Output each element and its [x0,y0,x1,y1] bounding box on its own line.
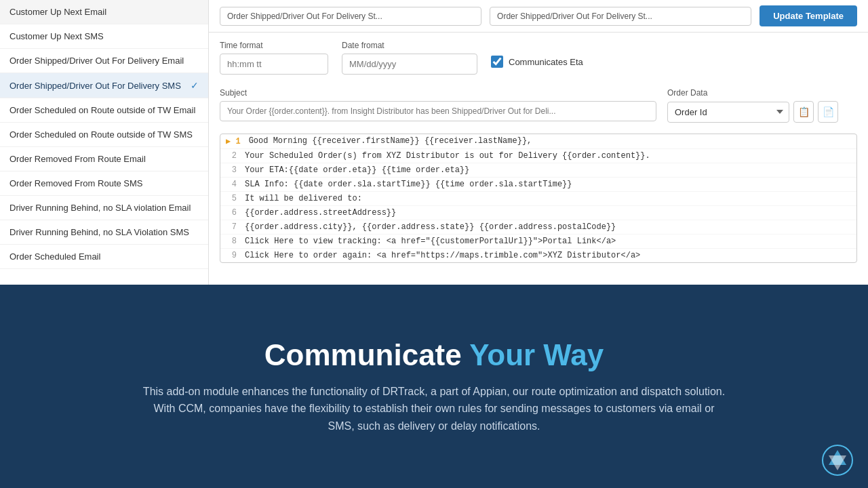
main-content: Update Template Time format Date fromat … [209,0,868,285]
code-line: 8Click Here to view tracking: <a href="{… [220,235,856,249]
line-content: {{order.address.city}}, {{order.address.… [245,222,616,232]
code-line: 7{{order.address.city}}, {{order.address… [220,220,856,235]
sidebar-item-label: Order Removed From Route Email [9,154,146,164]
sidebar-item-order-scheduled-email[interactable]: Order Scheduled Email [0,245,208,269]
code-line: 2Your Scheduled Order(s) from XYZ Distri… [220,149,856,163]
code-line: 4SLA Info: {{date order.sla.startTime}} … [220,178,856,192]
sidebar-item-label: Order Shipped/Driver Out For Delivery Em… [9,56,184,66]
time-date-row: Time format Date fromat Communicates Eta [209,33,868,83]
sidebar-item-order-removed-route-sms[interactable]: Order Removed From Route SMS [0,171,208,196]
promo-section: Communicate Your Way This add-on module … [0,285,868,488]
time-format-group: Time format [220,41,328,75]
sidebar-item-customer-up-next-sms[interactable]: Customer Up Next SMS [0,24,208,49]
code-line: ▶ 1Good Morning {{receiver.firstName}} {… [220,134,856,149]
code-line: 9Click Here to order again: <a href="htt… [220,249,856,262]
communicates-eta-checkbox[interactable] [491,56,503,68]
sidebar-item-label: Order Scheduled Email [9,251,100,262]
sidebar-item-driver-running-behind-sms[interactable]: Driver Running Behind, no SLA Violation … [0,220,208,245]
line-number: 2 [226,151,237,161]
promo-body: This add-on module enhances the function… [142,383,726,435]
code-editor: ▶ 1Good Morning {{receiver.firstName}} {… [220,134,857,263]
line-content: Your ETA:{{date order.eta}} {{time order… [245,165,469,175]
copy-icon-btn[interactable]: 📋 [793,101,814,123]
sidebar-item-order-shipped-email[interactable]: Order Shipped/Driver Out For Delivery Em… [0,49,208,73]
top-bar: Update Template [209,0,868,33]
order-data-group: Order Data Order IdOrder NumberCustomer … [667,88,857,123]
line-number: 3 [226,165,237,175]
update-template-button[interactable]: Update Template [760,5,857,26]
line-number: 7 [226,222,237,232]
date-format-group: Date fromat [342,41,477,75]
sidebar-item-order-scheduled-outside-email[interactable]: Order Scheduled on Route outside of TW E… [0,98,208,123]
promo-title: Communicate Your Way [264,338,604,372]
sidebar-item-label: Order Scheduled on Route outside of TW E… [9,105,195,115]
line-content: Good Morning {{receiver.firstName}} {{re… [249,136,532,146]
promo-title-blue: Your Way [469,338,604,371]
order-data-label: Order Data [667,88,857,98]
time-format-input[interactable] [220,54,328,75]
line-content: SLA Info: {{date order.sla.startTime}} {… [245,180,572,189]
sidebar-item-label: Order Shipped/Driver Out For Delivery SM… [9,81,181,91]
line-number: 9 [226,251,237,260]
line-content: Click Here to view tracking: <a href="{{… [245,237,616,246]
subject-input[interactable] [220,101,656,121]
sidebar-item-label: Driver Running Behind, no SLA violation … [9,203,191,213]
date-format-input[interactable] [342,54,477,75]
sidebar-item-order-shipped-sms[interactable]: Order Shipped/Driver Out For Delivery SM… [0,73,208,98]
sidebar-item-label: Customer Up Next Email [9,7,106,17]
communicates-eta-label: Communicates Eta [509,57,583,67]
code-line: 3Your ETA:{{date order.eta}} {{time orde… [220,163,856,178]
time-format-label: Time format [220,41,328,50]
code-line: 6{{order.address.streetAddress}} [220,206,856,220]
sidebar-item-order-removed-route-email[interactable]: Order Removed From Route Email [0,147,208,171]
active-check-icon: ✓ [191,80,199,91]
order-data-controls: Order IdOrder NumberCustomer NameDeliver… [667,101,857,123]
sidebar-item-label: Driver Running Behind, no SLA Violation … [9,227,189,237]
code-line: 5It will be delivered to: [220,192,856,206]
line-content: Click Here to order again: <a href="http… [245,251,640,260]
template-name-input-1[interactable] [220,7,481,26]
line-content: {{order.address.streetAddress}} [245,208,396,218]
sidebar: Customer Up Next EmailCustomer Up Next S… [0,0,209,285]
sidebar-item-order-scheduled-outside-sms[interactable]: Order Scheduled on Route outside of TW S… [0,123,208,147]
line-number: 5 [226,194,237,203]
sidebar-item-label: Order Scheduled on Route outside of TW S… [9,129,193,140]
paste-icon-btn[interactable]: 📄 [818,101,838,123]
sidebar-item-customer-up-next-email[interactable]: Customer Up Next Email [0,0,208,24]
promo-logo [821,443,854,477]
template-name-input-2[interactable] [490,7,751,26]
line-number: ▶ 1 [226,136,241,146]
date-format-label: Date fromat [342,41,477,50]
sidebar-item-driver-running-behind-email[interactable]: Driver Running Behind, no SLA violation … [0,196,208,220]
line-content: It will be delivered to: [245,194,362,203]
line-content: Your Scheduled Order(s) from XYZ Distrib… [245,151,650,161]
line-number: 6 [226,208,237,218]
sidebar-item-label: Order Removed From Route SMS [9,178,143,188]
sidebar-item-label: Customer Up Next SMS [9,31,104,41]
subject-group: Subject [220,88,656,121]
line-number: 4 [226,180,237,189]
subject-label: Subject [220,88,656,98]
subject-row: Subject Order Data Order IdOrder NumberC… [209,83,868,128]
promo-title-white: Communicate [264,338,462,371]
line-number: 8 [226,237,237,246]
communicates-eta-group: Communicates Eta [491,56,583,68]
order-data-select[interactable]: Order IdOrder NumberCustomer NameDeliver… [667,102,789,123]
